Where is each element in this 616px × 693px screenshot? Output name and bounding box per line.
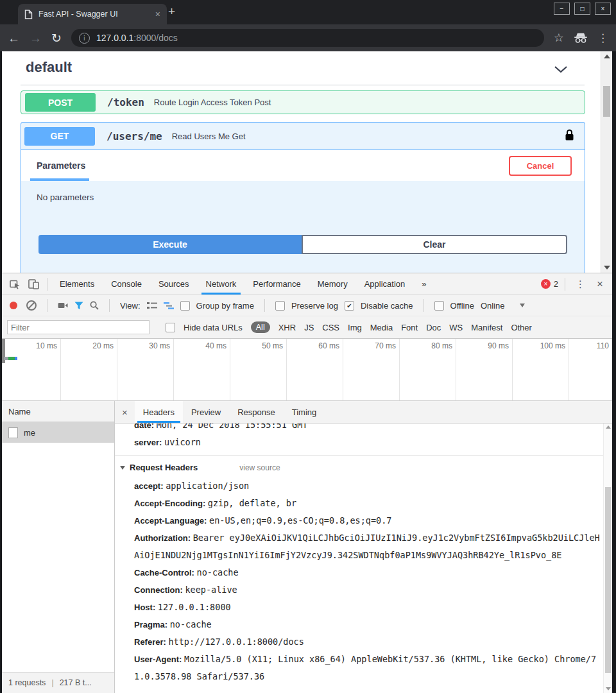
clear-requests-icon[interactable] <box>26 300 37 311</box>
execute-area: No parameters Execute Clear <box>21 181 585 273</box>
view-source-link[interactable]: view source <box>239 458 280 477</box>
preserve-log-checkbox[interactable] <box>275 301 285 311</box>
details-scrollbar-thumb[interactable] <box>605 487 611 673</box>
details-tab-preview[interactable]: Preview <box>183 401 229 423</box>
network-timeline-overview[interactable]: 10 ms 20 ms 30 ms 40 ms 50 ms 60 ms 70 m… <box>2 339 612 401</box>
scroll-down-arrow-icon[interactable] <box>604 266 610 270</box>
devtools-close-icon[interactable]: × <box>592 278 608 291</box>
reload-icon[interactable]: ↻ <box>51 32 62 44</box>
swagger-page: default POST /token Route Login Access T… <box>2 51 601 273</box>
filter-type-all[interactable]: All <box>251 321 270 333</box>
incognito-icon[interactable] <box>574 33 588 43</box>
status-separator: | <box>51 678 53 687</box>
url-path: :8000/docs <box>133 33 178 43</box>
throttling-dropdown-arrow-icon[interactable] <box>520 304 525 307</box>
request-row-me[interactable]: me <box>2 422 114 443</box>
header-value: Mon, 24 Dec 2018 15:55:51 GMT <box>157 423 308 430</box>
tab-title: Fast API - Swagger UI <box>38 10 118 19</box>
filter-type-ws[interactable]: WS <box>449 323 463 332</box>
devtools-menu-kebab-icon[interactable]: ⋮ <box>569 278 592 290</box>
throttling-select[interactable]: Online <box>481 301 505 311</box>
request-details-panel: × Headers Preview Response Timing date: … <box>115 401 612 693</box>
offline-checkbox[interactable] <box>434 301 444 311</box>
back-icon[interactable]: ← <box>8 32 20 44</box>
filter-type-other[interactable]: Other <box>511 323 532 332</box>
window-minimize-button[interactable]: − <box>554 3 570 15</box>
preserve-log-label[interactable]: Preserve log <box>291 301 338 311</box>
hide-data-urls-checkbox[interactable] <box>166 323 175 332</box>
bookmark-star-icon[interactable]: ☆ <box>554 32 564 44</box>
error-badge-icon[interactable]: × <box>541 279 551 289</box>
name-column-header[interactable]: Name <box>2 401 114 422</box>
scroll-up-arrow-icon[interactable] <box>604 55 610 58</box>
site-info-icon[interactable]: i <box>79 33 90 44</box>
scroll-up-arrow-icon[interactable] <box>606 425 611 429</box>
group-by-frame-checkbox[interactable] <box>180 301 190 311</box>
request-waterfall-bar[interactable] <box>4 357 17 360</box>
cancel-button[interactable]: Cancel <box>509 156 572 176</box>
execute-button[interactable]: Execute <box>38 235 302 254</box>
tab-performance[interactable]: Performance <box>244 273 309 295</box>
filter-type-xhr[interactable]: XHR <box>278 323 296 332</box>
error-count[interactable]: 2 <box>554 279 558 289</box>
details-tab-headers[interactable]: Headers <box>135 401 183 423</box>
response-header-row: server: uvicorn <box>115 434 603 451</box>
filter-funnel-icon[interactable] <box>74 302 83 310</box>
details-close-icon[interactable]: × <box>115 407 135 418</box>
browser-tab[interactable]: Fast API - Swagger UI × <box>18 4 167 24</box>
browser-menu-kebab-icon[interactable]: ⋮ <box>597 33 608 44</box>
window-close-button[interactable]: × <box>595 3 611 15</box>
header-name: User-Agent: <box>134 654 182 664</box>
details-scrollbar[interactable] <box>603 423 612 693</box>
page-scrollbar-thumb[interactable] <box>603 86 610 117</box>
filter-type-img[interactable]: Img <box>348 323 362 332</box>
endpoint-header[interactable]: GET /users/me Read Users Me Get <box>21 123 585 150</box>
request-headers-section[interactable]: Request Headers view source <box>115 458 603 477</box>
collapse-triangle-icon[interactable] <box>120 466 125 470</box>
header-name: server: <box>134 438 162 447</box>
disable-cache-checkbox[interactable]: ✔ <box>345 301 354 311</box>
endpoint-post-token[interactable]: POST /token Route Login Access Token Pos… <box>21 90 585 114</box>
disable-cache-label[interactable]: Disable cache <box>361 301 413 311</box>
group-by-frame-label[interactable]: Group by frame <box>196 301 254 311</box>
tab-elements[interactable]: Elements <box>51 273 103 295</box>
clear-button[interactable]: Clear <box>302 235 567 254</box>
request-header-row: User-Agent: Mozilla/5.0 (X11; Linux x86_… <box>115 651 603 685</box>
view-waterfall-icon[interactable] <box>164 302 174 310</box>
record-button-icon[interactable] <box>10 302 17 309</box>
filter-type-js[interactable]: JS <box>304 323 314 332</box>
tab-memory[interactable]: Memory <box>309 273 356 295</box>
view-list-icon[interactable] <box>147 302 157 310</box>
hide-data-urls-label[interactable]: Hide data URLs <box>184 323 243 332</box>
filter-type-doc[interactable]: Doc <box>426 323 441 332</box>
url-bar[interactable]: i 127.0.0.1:8000/docs <box>71 29 544 47</box>
filter-type-manifest[interactable]: Manifest <box>471 323 502 332</box>
url-host: 127.0.0.1 <box>96 33 133 43</box>
inspect-element-icon[interactable] <box>10 279 21 289</box>
details-tab-response[interactable]: Response <box>229 401 284 423</box>
offline-label[interactable]: Offline <box>450 301 474 311</box>
page-scrollbar[interactable] <box>601 51 612 273</box>
filter-input[interactable] <box>7 320 150 334</box>
device-toolbar-icon[interactable] <box>28 279 39 289</box>
tab-console[interactable]: Console <box>103 273 150 295</box>
capture-screenshots-icon[interactable] <box>58 302 68 309</box>
tab-sources[interactable]: Sources <box>150 273 198 295</box>
search-icon[interactable] <box>90 301 99 310</box>
filter-type-font[interactable]: Font <box>401 323 418 332</box>
forward-icon[interactable]: → <box>30 32 42 44</box>
details-tab-timing[interactable]: Timing <box>284 401 325 423</box>
tab-close-icon[interactable]: × <box>155 10 160 19</box>
scroll-down-arrow-icon[interactable] <box>606 687 611 690</box>
more-tabs-chevron-icon[interactable]: » <box>413 273 434 295</box>
filter-type-css[interactable]: CSS <box>322 323 339 332</box>
header-value: uvicorn <box>164 437 201 447</box>
auth-lock-icon[interactable] <box>565 129 574 144</box>
tab-network[interactable]: Network <box>198 273 245 295</box>
filter-type-media[interactable]: Media <box>370 323 393 332</box>
window-maximize-button[interactable]: □ <box>574 3 590 15</box>
section-collapse-chevron-icon[interactable] <box>554 65 568 73</box>
header-name: Referer: <box>134 637 166 647</box>
tab-application[interactable]: Application <box>356 273 414 295</box>
new-tab-button[interactable]: + <box>168 4 175 19</box>
